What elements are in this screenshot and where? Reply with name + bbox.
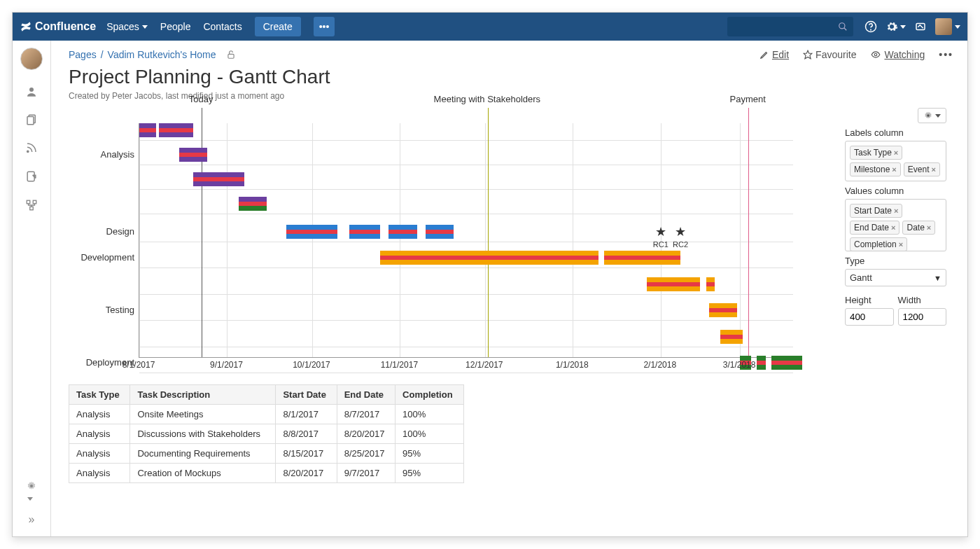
- values-column-tags[interactable]: Start Date ×End Date ×Date ×Completion ×: [845, 199, 946, 251]
- space-avatar[interactable]: [20, 48, 43, 70]
- chart-config-panel: Labels column Task Type ×Milestone ×Even…: [845, 108, 946, 374]
- gantt-bar[interactable]: [380, 251, 598, 265]
- gantt-bar[interactable]: [349, 225, 381, 239]
- search-input[interactable]: [727, 17, 853, 36]
- svg-point-16: [875, 53, 878, 56]
- nav-contacts[interactable]: Contacts: [203, 21, 241, 32]
- table-row: AnalysisCreation of Mockups8/20/20179/7/…: [69, 464, 464, 483]
- table-row: AnalysisDocumenting Requirements8/15/201…: [69, 444, 464, 464]
- gantt-bar[interactable]: [139, 123, 156, 137]
- table-header: Start Date: [276, 385, 337, 405]
- remove-tag-icon[interactable]: ×: [927, 223, 931, 232]
- remove-tag-icon[interactable]: ×: [894, 148, 898, 157]
- tag[interactable]: Task Type ×: [850, 146, 902, 160]
- labels-column-tags[interactable]: Task Type ×Milestone ×Event ×: [845, 141, 946, 181]
- svg-rect-7: [27, 117, 34, 125]
- page-more-button[interactable]: •••: [939, 49, 953, 60]
- breadcrumb-root[interactable]: Pages: [69, 49, 97, 60]
- remove-tag-icon[interactable]: ×: [931, 165, 935, 174]
- task-table: Task TypeTask DescriptionStart DateEnd D…: [69, 384, 464, 483]
- user-icon[interactable]: [25, 85, 38, 98]
- nav-more-button[interactable]: •••: [314, 17, 335, 36]
- nav-spaces[interactable]: Spaces: [106, 21, 148, 32]
- breadcrumb: Pages / Vadim Rutkevich's Home: [69, 49, 236, 60]
- gantt-bar[interactable]: [604, 251, 680, 265]
- table-header: Task Description: [130, 385, 276, 405]
- unlock-icon[interactable]: [226, 50, 236, 60]
- breadcrumb-home[interactable]: Vadim Rutkevich's Home: [108, 49, 216, 60]
- table-header: Completion: [396, 385, 464, 405]
- gantt-bar[interactable]: [426, 225, 454, 239]
- tag[interactable]: Start Date ×: [850, 204, 902, 218]
- svg-point-0: [839, 23, 845, 29]
- pages-icon[interactable]: [25, 113, 38, 126]
- y-axis-label: Analysis: [68, 149, 134, 160]
- y-axis-label: Development: [68, 252, 134, 263]
- notifications-icon[interactable]: [914, 20, 927, 33]
- brand-text: Confluence: [35, 20, 96, 33]
- milestone-label: RC1: [653, 240, 668, 249]
- x-axis-label: 2/1/2018: [643, 360, 676, 370]
- table-header: End Date: [337, 385, 395, 405]
- gantt-bar[interactable]: [720, 330, 743, 344]
- feed-icon[interactable]: [25, 141, 38, 154]
- page-content: Pages / Vadim Rutkevich's Home Edit Favo…: [51, 41, 967, 536]
- svg-rect-4: [916, 24, 925, 30]
- milestone-label: RC2: [673, 240, 688, 249]
- gantt-bar[interactable]: [709, 303, 737, 317]
- svg-point-5: [29, 88, 34, 92]
- table-row: AnalysisDiscussions with Stakeholders8/8…: [69, 424, 464, 444]
- height-input[interactable]: [845, 308, 894, 326]
- svg-rect-12: [30, 207, 34, 210]
- tree-icon[interactable]: [25, 199, 38, 211]
- clipboard-icon[interactable]: [24, 169, 38, 183]
- x-axis-label: 1/1/2018: [556, 360, 589, 370]
- settings-icon[interactable]: [886, 20, 906, 33]
- gantt-bar[interactable]: [647, 277, 701, 291]
- collapse-icon[interactable]: »: [29, 513, 35, 526]
- tag[interactable]: End Date ×: [850, 221, 899, 235]
- help-icon[interactable]: [864, 20, 877, 33]
- user-avatar[interactable]: [935, 18, 952, 35]
- gantt-bar[interactable]: [239, 197, 267, 211]
- x-axis-label: 10/1/2017: [293, 360, 330, 370]
- tag[interactable]: Date ×: [902, 221, 935, 235]
- milestone-icon[interactable]: ★: [655, 224, 666, 239]
- edit-button[interactable]: Edit: [760, 49, 789, 60]
- event-label: Today: [189, 94, 214, 104]
- y-axis-label: Design: [68, 226, 134, 237]
- gantt-bar[interactable]: [706, 277, 715, 291]
- favourite-button[interactable]: Favourite: [803, 49, 856, 60]
- gantt-bar[interactable]: [388, 225, 416, 239]
- watching-button[interactable]: Watching: [870, 49, 925, 60]
- remove-tag-icon[interactable]: ×: [891, 223, 895, 232]
- tag[interactable]: Milestone ×: [850, 162, 901, 176]
- x-axis-label: 3/1/2018: [723, 360, 756, 370]
- gantt-bar[interactable]: [193, 172, 244, 186]
- width-label: Width: [898, 295, 947, 305]
- type-label: Type: [845, 256, 946, 266]
- left-sidebar: »: [13, 41, 51, 536]
- chart-settings-button[interactable]: [918, 108, 946, 123]
- nav-people[interactable]: People: [160, 21, 191, 32]
- tag[interactable]: Completion ×: [850, 237, 907, 251]
- width-input[interactable]: [898, 308, 947, 326]
- gantt-bar[interactable]: [286, 225, 337, 239]
- height-label: Height: [845, 295, 894, 305]
- event-label: Payment: [730, 94, 766, 104]
- remove-tag-icon[interactable]: ×: [894, 207, 898, 215]
- gantt-chart: AnalysisDesignDevelopmentTestingDeployme…: [69, 108, 804, 374]
- milestone-icon[interactable]: ★: [675, 224, 686, 239]
- labels-column-label: Labels column: [845, 127, 946, 138]
- event-label: Meeting with Stakeholders: [434, 94, 540, 104]
- tag[interactable]: Event ×: [904, 162, 940, 176]
- remove-tag-icon[interactable]: ×: [899, 240, 903, 249]
- remove-tag-icon[interactable]: ×: [892, 165, 896, 174]
- confluence-logo[interactable]: Confluence: [20, 20, 96, 33]
- create-button[interactable]: Create: [255, 17, 301, 36]
- top-navigation: Confluence Spaces People Contacts Create…: [13, 13, 967, 41]
- sidebar-settings-icon[interactable]: [26, 480, 37, 503]
- type-select[interactable]: Gantt▼: [845, 269, 946, 286]
- gantt-bar[interactable]: [179, 148, 207, 162]
- gantt-bar[interactable]: [159, 123, 193, 137]
